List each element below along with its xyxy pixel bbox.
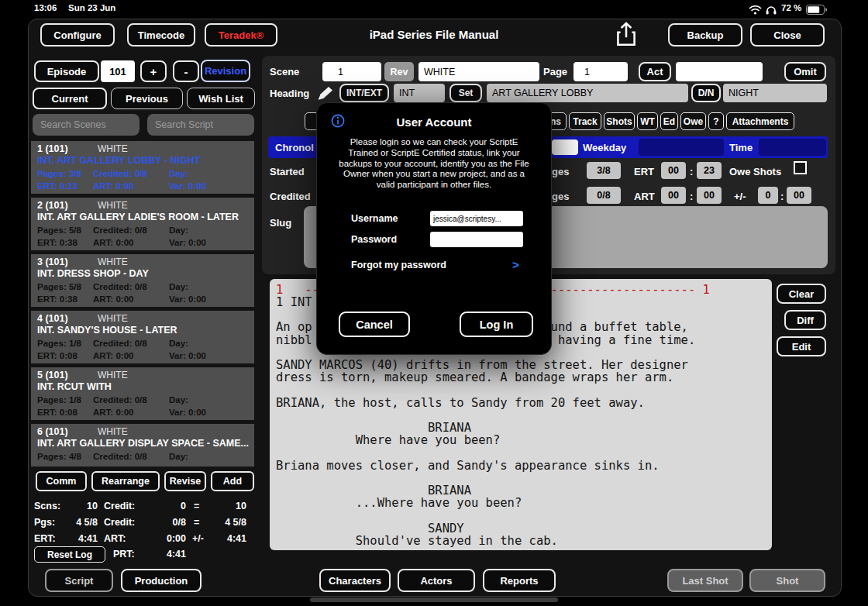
tab-previous[interactable]: Previous: [111, 88, 183, 109]
close-button[interactable]: Close: [750, 23, 825, 46]
art-value: 0:00: [115, 408, 133, 417]
act-field[interactable]: [676, 62, 763, 81]
revision-color-field[interactable]: WHITE: [418, 62, 539, 81]
weekday-field[interactable]: [639, 139, 724, 156]
variance-seconds-field[interactable]: 00: [787, 187, 811, 204]
set-field[interactable]: ART GALLERY LOBBY: [487, 84, 688, 102]
last-shot-button[interactable]: Last Shot: [667, 569, 743, 592]
art-minutes-field[interactable]: 00: [661, 187, 686, 204]
art-stat: ART: 0:00: [93, 238, 169, 247]
scene-list-item-1[interactable]: 1 (101) WHITE INT. ART GALLERY LOBBY - N…: [31, 141, 254, 194]
actors-nav-button[interactable]: Actors: [398, 569, 475, 592]
int-ext-field[interactable]: INT: [394, 84, 445, 102]
day-night-field[interactable]: NIGHT: [723, 84, 827, 102]
teradek-button[interactable]: Teradek®: [205, 23, 277, 46]
scene-number-field[interactable]: 1: [322, 62, 381, 81]
username-input[interactable]: [430, 211, 523, 226]
art-value: 0:00: [115, 351, 133, 360]
art-value: 0:00: [115, 181, 133, 191]
credited-label: Credited:: [93, 169, 132, 178]
scene-stats-row1: Pages: 5/8 Credited: 0/8 Day:: [31, 226, 254, 235]
omit-button[interactable]: Omit: [784, 62, 826, 81]
art-total-label: ART:: [104, 533, 126, 544]
backup-button[interactable]: Backup: [668, 23, 742, 46]
script-nav-button[interactable]: Script: [45, 569, 113, 592]
page-number-field[interactable]: 1: [574, 62, 628, 81]
edit-button[interactable]: Edit: [777, 336, 826, 356]
timecode-button[interactable]: Timecode: [127, 23, 195, 46]
tab-wt[interactable]: WT: [637, 112, 658, 130]
credited-stat: Credited: 0/8: [93, 169, 169, 178]
rev-button[interactable]: Rev: [384, 62, 414, 81]
ert-seconds-field[interactable]: 23: [697, 162, 722, 179]
art-seconds-field[interactable]: 00: [697, 187, 722, 204]
production-nav-button[interactable]: Production: [121, 569, 202, 592]
tab-ed[interactable]: Ed: [660, 112, 678, 130]
var-value: 0:00: [188, 181, 206, 191]
rearrange-button[interactable]: Rearrange: [91, 471, 160, 491]
tab-shots[interactable]: Shots: [604, 112, 635, 130]
episode-minus-button[interactable]: -: [173, 60, 199, 82]
started-label: Started: [270, 166, 305, 177]
diff-button[interactable]: Diff: [784, 310, 826, 330]
tab-current[interactable]: Current: [33, 88, 107, 109]
window-title: iPad Series File Manual: [333, 28, 535, 41]
tab-owe[interactable]: Owe: [680, 112, 706, 130]
scene-list-item-5[interactable]: 5 (101) WHITE INT. RCUT WITH Pages: 1/8 …: [31, 367, 254, 420]
login-button[interactable]: Log In: [460, 312, 533, 337]
tab-wish-list[interactable]: Wish List: [187, 88, 255, 109]
credited-field[interactable]: 0/8: [587, 187, 621, 204]
wifi-icon: [749, 4, 762, 18]
ert-minutes-field[interactable]: 00: [661, 162, 686, 179]
time-field[interactable]: [759, 139, 826, 156]
revise-button[interactable]: Revise: [164, 471, 206, 491]
scene-list-item-2[interactable]: 2 (101) WHITE INT. ART GALLERY LADIE'S R…: [31, 198, 254, 250]
episode-button[interactable]: Episode: [34, 60, 99, 82]
scene-list-item-4[interactable]: 4 (101) WHITE INT. SANDY'S HOUSE - LATER…: [31, 311, 254, 363]
scene-title: INT. DRESS SHOP - DAY: [37, 268, 251, 279]
forgot-password-arrow[interactable]: >: [512, 258, 519, 271]
day-night-button[interactable]: D/N: [691, 84, 721, 102]
art-stat: ART: 0:00: [93, 294, 169, 304]
scene-stats-row2: ERT: 0:38 ART: 0:00 Var: 0:00: [31, 294, 254, 304]
search-scenes-input[interactable]: [33, 114, 140, 136]
forgot-password-link[interactable]: Forgot my password: [351, 260, 446, 270]
heading-label: Heading: [270, 88, 309, 99]
pages-field[interactable]: 3/8: [587, 162, 621, 179]
characters-nav-button[interactable]: Characters: [319, 569, 391, 592]
tab-question[interactable]: ?: [708, 112, 724, 130]
configure-button[interactable]: Configure: [40, 23, 115, 46]
episode-plus-button[interactable]: +: [140, 60, 167, 82]
pages-label-fragment: ges: [552, 166, 569, 177]
variance-minutes-field[interactable]: 0: [758, 187, 778, 204]
tab-track[interactable]: Track: [569, 112, 601, 130]
scene-title: INT. ART GALLERY DISPLAY SPACE - SAME...: [37, 438, 251, 449]
cancel-button[interactable]: Cancel: [339, 312, 410, 337]
search-script-input[interactable]: [147, 114, 254, 136]
episode-number-field[interactable]: 101: [101, 60, 135, 82]
scene-stats-row1: Pages: 5/8 Credited: 0/8 Day:: [31, 282, 254, 291]
scene-list-item-6[interactable]: 6 (101) WHITE INT. ART GALLERY DISPLAY S…: [31, 424, 254, 467]
reports-nav-button[interactable]: Reports: [483, 569, 556, 592]
tab-attachments[interactable]: Attachments: [726, 112, 794, 130]
day-stat: Day:: [169, 452, 254, 461]
act-button[interactable]: Act: [639, 62, 671, 81]
int-ext-button[interactable]: INT/EXT: [339, 84, 389, 102]
add-button[interactable]: Add: [211, 471, 254, 491]
scene-stats-row1: Pages: 1/8 Credited: 0/8 Day:: [31, 395, 254, 405]
clear-button[interactable]: Clear: [777, 284, 826, 304]
home-indicator[interactable]: [310, 597, 558, 602]
scene-item-header: 3 (101) WHITE: [31, 257, 254, 267]
chrono-order-field[interactable]: [552, 139, 578, 155]
owe-shots-checkbox[interactable]: [794, 161, 807, 174]
comm-button[interactable]: Comm: [36, 471, 87, 491]
credited-value: 0/8: [135, 339, 147, 348]
ert-label: ERT:: [37, 351, 57, 360]
revision-button[interactable]: Revision: [201, 60, 250, 82]
set-button[interactable]: Set: [450, 84, 482, 102]
password-input[interactable]: [430, 232, 523, 247]
shot-button[interactable]: Shot: [749, 569, 825, 592]
reset-log-button[interactable]: Reset Log: [34, 546, 105, 563]
share-icon[interactable]: [612, 21, 640, 52]
scene-list-item-3[interactable]: 3 (101) WHITE INT. DRESS SHOP - DAY Page…: [31, 254, 254, 307]
